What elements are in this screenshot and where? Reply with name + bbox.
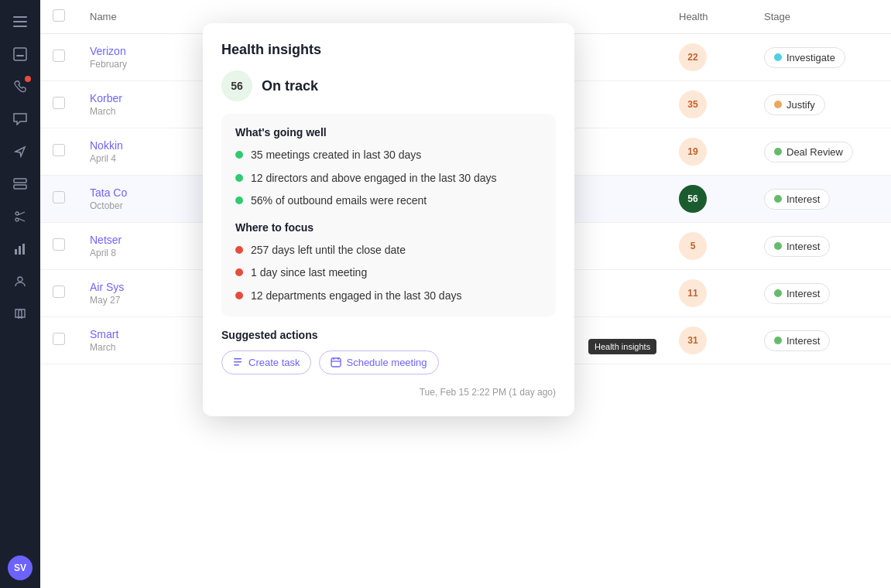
stage-label: Interest xyxy=(786,193,820,205)
svg-rect-6 xyxy=(14,185,26,189)
green-dot xyxy=(235,174,243,182)
schedule-meeting-button[interactable]: Schedule meeting xyxy=(319,350,438,374)
send-icon[interactable] xyxy=(6,138,34,166)
focus-text: 257 days left until the close date xyxy=(251,243,406,258)
stage-dot xyxy=(774,289,782,297)
green-dot xyxy=(235,151,243,159)
going-well-list: 35 meetings created in last 30 days12 di… xyxy=(235,148,542,209)
row-checkbox-cell xyxy=(40,176,77,223)
stage-label: Deal Review xyxy=(786,146,843,158)
schedule-meeting-label: Schedule meeting xyxy=(346,357,427,368)
svg-rect-0 xyxy=(13,16,27,18)
stage-badge: Interest xyxy=(764,330,830,351)
stage-label: Interest xyxy=(786,241,820,252)
health-badge: 56 xyxy=(679,185,707,213)
stage-badge: Deal Review xyxy=(764,142,853,162)
svg-line-10 xyxy=(19,219,25,222)
health-badge: 5 xyxy=(679,232,707,260)
going-well-text: 56% of outbound emails were recent xyxy=(251,193,427,209)
select-all-checkbox[interactable] xyxy=(53,9,65,22)
svg-rect-11 xyxy=(15,249,17,255)
svg-rect-1 xyxy=(13,21,27,22)
health-badge: 31 xyxy=(679,326,707,354)
svg-rect-2 xyxy=(13,26,27,27)
popup-score-row: 56 On track xyxy=(221,70,556,101)
stage-dot xyxy=(774,148,782,156)
stage-badge: Interest xyxy=(764,283,830,304)
green-dot xyxy=(235,197,243,204)
where-to-focus-title: Where to focus xyxy=(235,221,542,234)
health-cell: 11 xyxy=(667,270,752,317)
stage-cell: Interest xyxy=(752,223,891,270)
row-checkbox-cell xyxy=(40,34,77,81)
create-task-label: Create task xyxy=(248,357,300,368)
inbox-icon[interactable] xyxy=(6,40,34,68)
sidebar: SV xyxy=(0,0,40,588)
health-badge: 11 xyxy=(679,279,707,307)
svg-rect-5 xyxy=(14,179,26,183)
svg-rect-15 xyxy=(234,358,242,360)
row-checkbox[interactable] xyxy=(53,333,65,345)
health-badge: 35 xyxy=(679,91,707,118)
suggested-actions: Suggested actions Create task xyxy=(221,329,556,374)
row-checkbox[interactable] xyxy=(53,97,65,109)
layers-icon[interactable] xyxy=(6,170,34,198)
empty-col-2 xyxy=(589,0,667,34)
row-checkbox-cell xyxy=(40,270,77,317)
stage-label: Investigate xyxy=(786,52,835,63)
focus-list: 257 days left until the close date1 day … xyxy=(235,243,542,304)
row-checkbox-cell xyxy=(40,223,77,270)
row-checkbox[interactable] xyxy=(53,50,65,62)
popup-score-badge: 56 xyxy=(221,70,252,101)
row-checkbox[interactable] xyxy=(53,238,65,251)
stage-cell: Interest xyxy=(752,176,891,223)
stage-dot xyxy=(774,337,782,344)
phone-icon[interactable] xyxy=(6,73,34,101)
user-icon[interactable] xyxy=(6,268,34,296)
focus-text: 12 departments engaged in the last 30 da… xyxy=(251,289,461,304)
popup-footer: Tue, Feb 15 2:22 PM (1 day ago) xyxy=(221,387,556,398)
red-dot xyxy=(235,268,243,276)
menu-icon[interactable] xyxy=(6,8,34,36)
svg-rect-13 xyxy=(22,244,25,255)
svg-rect-3 xyxy=(14,48,26,60)
chart-icon[interactable] xyxy=(6,235,34,263)
health-insights-popup[interactable]: Health insights 56 On track What's going… xyxy=(203,23,574,416)
stage-dot xyxy=(774,53,782,61)
stage-cell: Investigate xyxy=(752,34,891,81)
row-checkbox[interactable] xyxy=(53,144,65,156)
health-cell: 22 xyxy=(667,34,752,81)
row-checkbox[interactable] xyxy=(53,191,65,203)
avatar[interactable]: SV xyxy=(8,556,33,580)
whats-going-well-section: What's going well 35 meetings created in… xyxy=(221,114,556,316)
svg-rect-17 xyxy=(234,364,239,366)
going-well-text: 35 meetings created in last 30 days xyxy=(251,148,421,163)
svg-rect-4 xyxy=(16,55,24,56)
going-well-item: 35 meetings created in last 30 days xyxy=(235,148,542,163)
row-checkbox-cell xyxy=(40,81,77,128)
stage-badge: Justify xyxy=(764,94,825,115)
chat-icon[interactable] xyxy=(6,105,34,133)
stage-label: Justify xyxy=(786,99,815,111)
health-badge: 22 xyxy=(679,43,707,71)
select-all-header[interactable] xyxy=(40,0,77,34)
scissors-icon[interactable] xyxy=(6,203,34,231)
row-checkbox-cell xyxy=(40,128,77,176)
task-icon xyxy=(233,357,244,368)
create-task-button[interactable]: Create task xyxy=(221,350,311,374)
actions-row: Create task Schedule meeting xyxy=(221,350,556,374)
health-cell: 56 xyxy=(667,176,752,223)
focus-item: 1 day since last meeting xyxy=(235,265,542,281)
stage-label: Interest xyxy=(786,288,820,299)
stage-cell: Interest xyxy=(752,270,891,317)
book-icon[interactable] xyxy=(6,300,34,328)
going-well-item: 12 directors and above engaged in the la… xyxy=(235,171,542,186)
svg-point-14 xyxy=(18,277,22,282)
suggested-actions-title: Suggested actions xyxy=(221,329,556,341)
stage-badge: Interest xyxy=(764,236,830,257)
health-column-header: Health xyxy=(667,0,752,34)
row-checkbox[interactable] xyxy=(53,285,65,298)
whats-going-well-title: What's going well xyxy=(235,126,542,138)
health-cell: 31 xyxy=(667,317,752,364)
red-dot xyxy=(235,246,243,254)
